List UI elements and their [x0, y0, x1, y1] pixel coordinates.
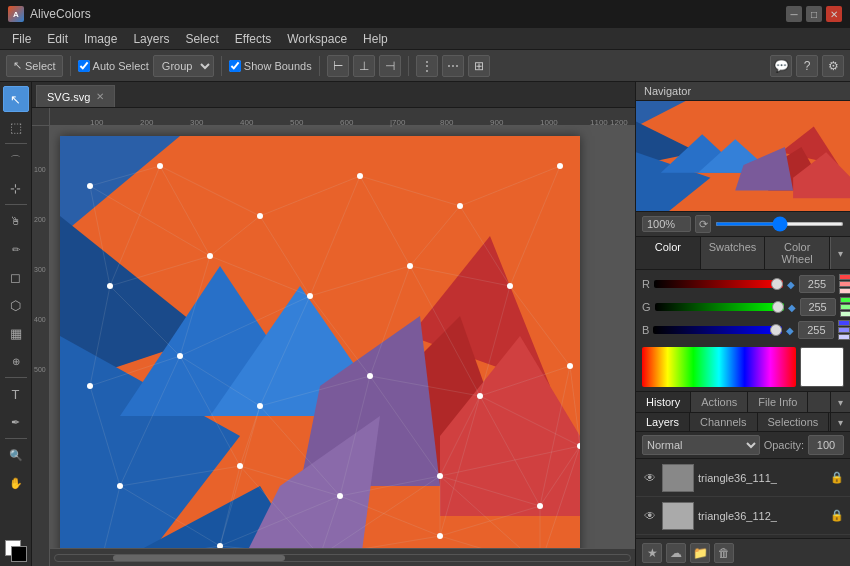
- red-swatch-1[interactable]: [839, 274, 850, 280]
- tool-select-rect[interactable]: ⬚: [3, 114, 29, 140]
- main-canvas[interactable]: [60, 136, 580, 548]
- auto-select-input[interactable]: [78, 60, 90, 72]
- green-swatch-2[interactable]: [840, 304, 850, 310]
- menu-select[interactable]: Select: [177, 30, 226, 48]
- color-white-picker[interactable]: [800, 347, 844, 387]
- layers-star-btn[interactable]: ★: [642, 543, 662, 563]
- menu-effects[interactable]: Effects: [227, 30, 279, 48]
- canvas-scroll[interactable]: 100 200 300 400 500 600 |700 800 900 100…: [32, 108, 635, 566]
- auto-select-checkbox[interactable]: Auto Select: [78, 60, 149, 72]
- green-swatch-3[interactable]: [840, 311, 850, 317]
- tab-actions[interactable]: Actions: [691, 392, 748, 412]
- distribute-h-btn[interactable]: ⋮: [416, 55, 438, 77]
- minimize-button[interactable]: ─: [786, 6, 802, 22]
- layers-panel-menu-btn[interactable]: ▾: [830, 413, 850, 431]
- color-selector[interactable]: [5, 540, 27, 562]
- align-center-btn[interactable]: ⊥: [353, 55, 375, 77]
- close-button[interactable]: ✕: [826, 6, 842, 22]
- scroll-track[interactable]: [54, 554, 631, 562]
- blue-swatch-1[interactable]: [838, 320, 850, 326]
- maximize-button[interactable]: □: [806, 6, 822, 22]
- zoom-slider[interactable]: [715, 222, 844, 226]
- menu-image[interactable]: Image: [76, 30, 125, 48]
- distribute-v-btn[interactable]: ⋯: [442, 55, 464, 77]
- color-panel-menu-btn[interactable]: ▾: [830, 237, 850, 269]
- tab-bar: SVG.svg ✕: [32, 82, 635, 108]
- align-left-btn[interactable]: ⊢: [327, 55, 349, 77]
- layers-delete-btn[interactable]: 🗑: [714, 543, 734, 563]
- tab-file-info[interactable]: File Info: [748, 392, 808, 412]
- tool-lasso[interactable]: ⌒: [3, 147, 29, 173]
- red-value-input[interactable]: [799, 275, 835, 293]
- group-dropdown[interactable]: Group: [153, 55, 214, 77]
- zoom-reset-btn[interactable]: ⟳: [695, 215, 711, 233]
- blue-swatch-2[interactable]: [838, 327, 850, 333]
- tool-zoom[interactable]: 🔍: [3, 442, 29, 468]
- tool-eraser[interactable]: ◻: [3, 264, 29, 290]
- align-right-btn[interactable]: ⊣: [379, 55, 401, 77]
- layer-item-1[interactable]: 👁 triangle36_111_ 🔒: [636, 459, 850, 497]
- layer-2-lock-icon: 🔒: [830, 509, 844, 523]
- red-swatch-2[interactable]: [839, 281, 850, 287]
- layers-cloud-btn[interactable]: ☁: [666, 543, 686, 563]
- tab-selections[interactable]: Selections: [758, 413, 830, 431]
- green-value-input[interactable]: [800, 298, 836, 316]
- blue-swatch-3[interactable]: [838, 334, 850, 340]
- tab-color-wheel[interactable]: Color Wheel: [765, 237, 830, 269]
- layer-item-2[interactable]: 👁 triangle36_112_ 🔒: [636, 497, 850, 535]
- color-gradient-picker[interactable]: [642, 347, 796, 387]
- layer-1-visibility-btn[interactable]: 👁: [642, 470, 658, 486]
- tab-history[interactable]: History: [636, 392, 691, 412]
- menu-edit[interactable]: Edit: [39, 30, 76, 48]
- opacity-input[interactable]: [808, 435, 844, 455]
- red-swatch-3[interactable]: [839, 288, 850, 294]
- menu-layers[interactable]: Layers: [125, 30, 177, 48]
- green-swatch-1[interactable]: [840, 297, 850, 303]
- menu-help[interactable]: Help: [355, 30, 396, 48]
- red-slider[interactable]: [654, 280, 783, 288]
- tool-eyedropper[interactable]: 🖱: [3, 208, 29, 234]
- color-tabs: Color Swatches Color Wheel ▾: [636, 237, 850, 270]
- menu-file[interactable]: File: [4, 30, 39, 48]
- scroll-thumb[interactable]: [113, 555, 286, 561]
- help-icon-btn[interactable]: ?: [796, 55, 818, 77]
- horizontal-scrollbar[interactable]: [50, 548, 635, 566]
- tab-swatches[interactable]: Swatches: [701, 237, 766, 269]
- select-tool-btn[interactable]: ↖ Select: [6, 55, 63, 77]
- history-panel-menu-btn[interactable]: ▾: [830, 392, 850, 412]
- tool-hand[interactable]: ✋: [3, 470, 29, 496]
- ruler-vtick-400: 400: [34, 316, 46, 323]
- settings-icon-btn[interactable]: ⚙: [822, 55, 844, 77]
- tab-channels[interactable]: Channels: [690, 413, 757, 431]
- tool-brush[interactable]: ✏: [3, 236, 29, 262]
- tool-clone[interactable]: ⊕: [3, 348, 29, 374]
- ruler-tick-800: 800: [440, 118, 453, 127]
- menu-workspace[interactable]: Workspace: [279, 30, 355, 48]
- navigator-preview[interactable]: [636, 101, 850, 211]
- tab-close-btn[interactable]: ✕: [96, 91, 104, 102]
- tool-move[interactable]: ↖: [3, 86, 29, 112]
- show-bounds-checkbox[interactable]: Show Bounds: [229, 60, 312, 72]
- blend-mode-select[interactable]: Normal Multiply Screen Overlay: [642, 435, 760, 455]
- layers-folder-btn[interactable]: 📁: [690, 543, 710, 563]
- ruler-vtick-300: 300: [34, 266, 46, 273]
- tool-text[interactable]: T: [3, 381, 29, 407]
- layer-2-visibility-btn[interactable]: 👁: [642, 508, 658, 524]
- canvas-wrapper[interactable]: [50, 126, 635, 548]
- svg-tab[interactable]: SVG.svg ✕: [36, 85, 115, 107]
- tool-paint-bucket[interactable]: ⬡: [3, 292, 29, 318]
- auto-select-label: Auto Select: [93, 60, 149, 72]
- zoom-value-display[interactable]: 100%: [642, 216, 691, 232]
- blue-value-input[interactable]: [798, 321, 834, 339]
- show-bounds-input[interactable]: [229, 60, 241, 72]
- tool-separator-4: [5, 438, 27, 439]
- blue-slider[interactable]: [653, 326, 782, 334]
- distribute-eq-btn[interactable]: ⊞: [468, 55, 490, 77]
- tool-crop[interactable]: ⊹: [3, 175, 29, 201]
- tool-pen[interactable]: ✒: [3, 409, 29, 435]
- tool-gradient[interactable]: ▦: [3, 320, 29, 346]
- green-slider[interactable]: [655, 303, 784, 311]
- tab-layers[interactable]: Layers: [636, 413, 690, 431]
- tab-color[interactable]: Color: [636, 237, 701, 269]
- chat-icon-btn[interactable]: 💬: [770, 55, 792, 77]
